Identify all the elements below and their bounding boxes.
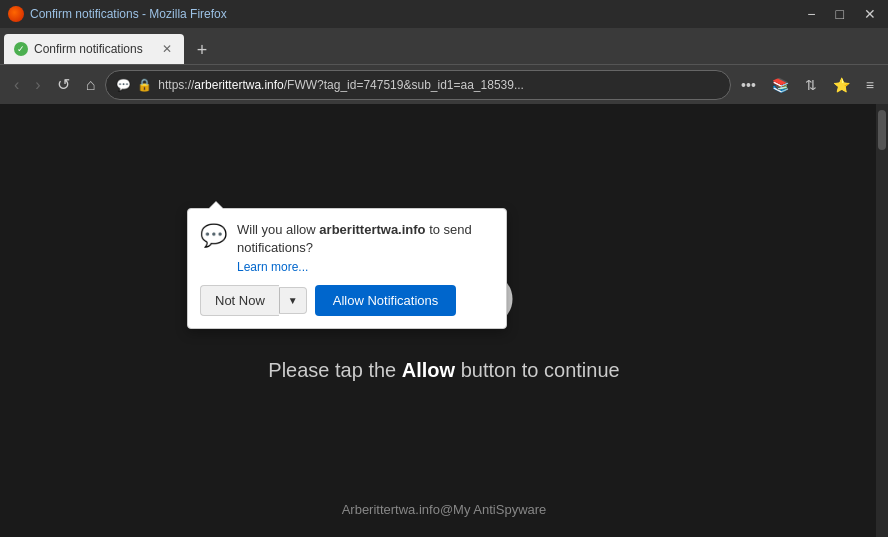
forward-button[interactable]: › xyxy=(29,72,46,98)
address-bar[interactable]: 💬 🔒 https://arberittertwa.info/FWW?tag_i… xyxy=(105,70,731,100)
security-lock-icon: 🔒 xyxy=(137,78,152,92)
menu-button[interactable]: ≡ xyxy=(860,73,880,97)
browser-content-wrapper: 💬 Will you allow arberittertwa.info to s… xyxy=(0,104,888,537)
tab-favicon xyxy=(14,42,28,56)
page-text-suffix: button to continue xyxy=(455,359,620,381)
nav-bar: ‹ › ↺ ⌂ 💬 🔒 https://arberittertwa.info/F… xyxy=(0,64,888,104)
not-now-dropdown-button[interactable]: ▼ xyxy=(279,287,307,314)
allow-notifications-button[interactable]: Allow Notifications xyxy=(315,285,457,316)
firefox-icon xyxy=(8,6,24,22)
page-text-bold: Allow xyxy=(402,359,455,381)
not-now-button[interactable]: Not Now xyxy=(200,285,279,316)
popup-header: 💬 Will you allow arberittertwa.info to s… xyxy=(200,221,494,275)
tab-bar: Confirm notifications ✕ + xyxy=(0,28,888,64)
learn-more-link[interactable]: Learn more... xyxy=(237,260,308,274)
notification-icon: 💬 xyxy=(116,78,131,92)
bookmark-button[interactable]: ⭐ xyxy=(827,73,856,97)
scrollbar[interactable] xyxy=(876,104,888,537)
title-bar: Confirm notifications - Mozilla Firefox … xyxy=(0,0,888,28)
notification-popup: 💬 Will you allow arberittertwa.info to s… xyxy=(187,208,507,329)
url-path: /FWW?tag_id=747519&sub_id1=aa_18539... xyxy=(284,78,524,92)
library-button[interactable]: 📚 xyxy=(766,73,795,97)
tab-confirm-notifications[interactable]: Confirm notifications ✕ xyxy=(4,34,184,64)
popup-message: Will you allow arberittertwa.info to sen… xyxy=(237,221,494,275)
more-button[interactable]: ••• xyxy=(735,73,762,97)
page-main-text: Please tap the Allow button to continue xyxy=(268,359,619,382)
popup-text-prefix: Will you allow xyxy=(237,222,319,237)
popup-domain: arberittertwa.info xyxy=(319,222,425,237)
reload-button[interactable]: ↺ xyxy=(51,71,76,98)
title-bar-controls: − □ ✕ xyxy=(803,4,880,24)
nav-right-controls: ••• 📚 ⇅ ⭐ ≡ xyxy=(735,73,880,97)
url-domain: arberittertwa.info xyxy=(194,78,283,92)
title-bar-left: Confirm notifications - Mozilla Firefox xyxy=(8,6,227,22)
minimize-button[interactable]: − xyxy=(803,4,819,24)
new-tab-button[interactable]: + xyxy=(188,36,216,64)
page-text-prefix: Please tap the xyxy=(268,359,401,381)
home-button[interactable]: ⌂ xyxy=(80,72,102,98)
tab-title: Confirm notifications xyxy=(34,42,154,56)
window-title: Confirm notifications - Mozilla Firefox xyxy=(30,7,227,21)
popup-chat-icon: 💬 xyxy=(200,223,227,249)
scroll-thumb[interactable] xyxy=(878,110,886,150)
popup-text: Will you allow arberittertwa.info to sen… xyxy=(237,221,494,257)
url-display[interactable]: https://arberittertwa.info/FWW?tag_id=74… xyxy=(158,78,720,92)
maximize-button[interactable]: □ xyxy=(832,4,848,24)
synced-tabs-button[interactable]: ⇅ xyxy=(799,73,823,97)
back-button[interactable]: ‹ xyxy=(8,72,25,98)
footer-text: Arberittertwa.info@My AntiSpyware xyxy=(342,502,547,517)
tab-close-button[interactable]: ✕ xyxy=(160,40,174,58)
popup-actions: Not Now ▼ Allow Notifications xyxy=(200,285,494,316)
close-button[interactable]: ✕ xyxy=(860,4,880,24)
